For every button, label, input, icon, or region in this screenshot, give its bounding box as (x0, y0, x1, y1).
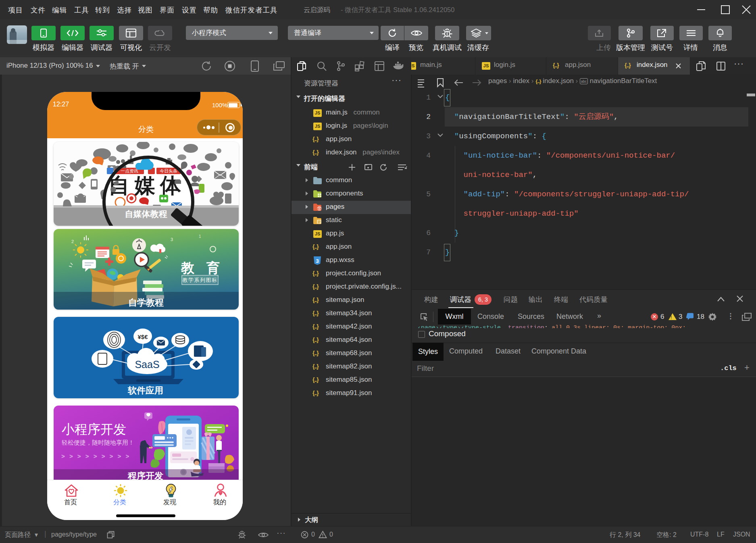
svg-text:2: 2 (71, 239, 74, 244)
svg-text:一点资讯: 一点资讯 (121, 169, 138, 173)
svg-text:轻松便捷，随时随地享用！: 轻松便捷，随时随地享用！ (62, 439, 134, 446)
svg-text:3: 3 (316, 258, 319, 264)
svg-text:> > > > > > > > >: > > > > > > > > > (61, 453, 131, 460)
svg-text:小程序开发: 小程序开发 (62, 422, 126, 437)
svg-text:SaaS: SaaS (135, 359, 159, 370)
svg-text:<>: <> (317, 207, 322, 211)
svg-text:自媒体教程: 自媒体教程 (125, 209, 167, 218)
svg-text:软件应用: 软件应用 (127, 385, 163, 395)
svg-text:今日头条: 今日头条 (160, 169, 177, 173)
svg-text:3: 3 (171, 237, 173, 242)
svg-text:教: 教 (181, 260, 195, 275)
svg-text:1: 1 (199, 234, 201, 239)
svg-text:¥$€: ¥$€ (137, 333, 148, 340)
svg-text:程序开发: 程序开发 (127, 471, 163, 480)
svg-text:育: 育 (206, 260, 220, 275)
svg-text:自媒体: 自媒体 (108, 174, 186, 197)
svg-text:自学教程: 自学教程 (128, 298, 164, 308)
svg-text:教学系列图标: 教学系列图标 (183, 277, 218, 283)
